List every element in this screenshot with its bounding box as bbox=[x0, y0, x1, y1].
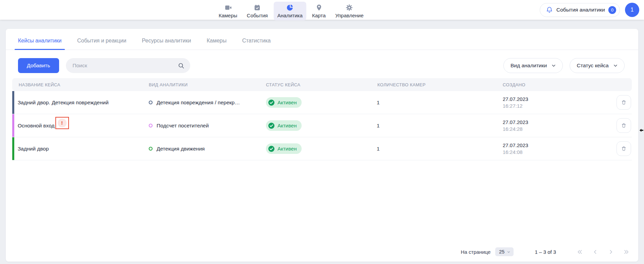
first-page-button[interactable] bbox=[576, 248, 583, 256]
status-label: Активен bbox=[278, 146, 297, 152]
col-camera-count: КОЛИЧЕСТВО КАМЕР bbox=[372, 82, 497, 87]
camera-count-cell: 1 bbox=[372, 100, 497, 106]
content-card: Кейсы аналитики События и реакции Ресурс… bbox=[6, 29, 638, 262]
search-input[interactable] bbox=[66, 58, 190, 73]
case-color-bar bbox=[12, 137, 14, 160]
case-name: Задний двор bbox=[18, 146, 49, 152]
case-status-filter[interactable]: Статус кейса bbox=[570, 58, 625, 73]
status-label: Активен bbox=[278, 100, 297, 105]
case-name: Задний двор. Детекция повреждений bbox=[18, 100, 109, 106]
nav-item-map[interactable]: Карта bbox=[308, 2, 329, 20]
table-row[interactable]: Задний двор. Детекция повреждений Детекц… bbox=[12, 91, 632, 114]
case-status-filter-label: Статус кейса bbox=[577, 63, 609, 69]
case-name-cell: Задний двор bbox=[12, 146, 143, 152]
check-circle-icon bbox=[268, 122, 275, 129]
trash-icon bbox=[621, 100, 627, 105]
analytics-type-cell: Детекция движения bbox=[143, 146, 261, 152]
status-cell: Активен bbox=[261, 143, 372, 154]
analytics-type-label: Детекция движения bbox=[157, 146, 205, 152]
created-date: 27.07.2023 bbox=[503, 96, 603, 103]
nav-item-events[interactable]: События bbox=[243, 2, 272, 20]
nav-label: Камеры bbox=[219, 13, 237, 18]
bell-icon bbox=[546, 6, 553, 14]
trash-icon bbox=[621, 123, 627, 128]
status-badge: Активен bbox=[266, 143, 302, 154]
user-avatar[interactable]: 1 bbox=[625, 3, 639, 17]
analytics-type-icon bbox=[149, 101, 153, 104]
nav-label: Управление bbox=[335, 13, 363, 18]
created-cell: 27.07.2023 16:24:28 bbox=[497, 119, 603, 133]
cases-table: НАЗВАНИЕ КЕЙСА ВИД АНАЛИТИКИ СТАТУС КЕЙС… bbox=[6, 73, 638, 244]
last-page-button[interactable] bbox=[623, 248, 630, 256]
topbar-right-group: События аналитики 0 1 bbox=[540, 3, 639, 17]
toolbar: Добавить Вид аналитики Статус кейса bbox=[6, 50, 638, 73]
analytics-type-filter[interactable]: Вид аналитики bbox=[503, 58, 563, 73]
nav-item-analytics[interactable]: Аналитика bbox=[274, 2, 306, 20]
created-time: 16:24:28 bbox=[503, 126, 603, 133]
page-range-label: 1 – 3 of 3 bbox=[535, 249, 556, 255]
delete-button[interactable] bbox=[616, 141, 631, 156]
prev-page-button[interactable] bbox=[591, 248, 599, 256]
analytics-type-icon bbox=[149, 124, 153, 127]
pagination-bar: На странице 25 1 – 3 of 3 bbox=[6, 244, 638, 262]
analytics-type-label: Детекция повреждения / перекр… bbox=[157, 100, 240, 106]
status-badge: Активен bbox=[266, 97, 302, 108]
col-case-status: СТАТУС КЕЙСА bbox=[261, 82, 372, 87]
analytics-tabs: Кейсы аналитики События и реакции Ресурс… bbox=[6, 29, 638, 50]
top-bar: Камеры События Аналитика Карта bbox=[0, 0, 644, 20]
created-date: 27.07.2023 bbox=[503, 119, 603, 126]
main-nav: Камеры События Аналитика Карта bbox=[215, 2, 368, 20]
pager-controls bbox=[576, 248, 630, 256]
tab-analytics-resources[interactable]: Ресурсы аналитики bbox=[139, 34, 195, 50]
case-name: Основной вход bbox=[18, 123, 55, 129]
next-page-button[interactable] bbox=[607, 248, 614, 256]
case-name-cell: Задний двор. Детекция повреждений bbox=[12, 100, 143, 106]
status-cell: Активен bbox=[261, 97, 372, 108]
per-page-label: На странице bbox=[461, 249, 490, 255]
mouse-cursor-icon bbox=[639, 128, 644, 134]
status-badge: Активен bbox=[266, 120, 302, 131]
pie-chart-icon bbox=[286, 4, 294, 12]
tab-cameras[interactable]: Камеры bbox=[203, 34, 230, 50]
analytics-type-cell: Подсчет посетителей bbox=[143, 123, 261, 129]
created-time: 16:24:08 bbox=[503, 149, 603, 156]
created-cell: 27.07.2023 16:27:12 bbox=[497, 96, 603, 109]
add-button[interactable]: Добавить bbox=[18, 58, 59, 73]
analytics-events-button[interactable]: События аналитики 0 bbox=[540, 3, 620, 17]
tab-statistics[interactable]: Статистика bbox=[239, 34, 274, 50]
events-count-badge: 0 bbox=[608, 6, 616, 14]
delete-button[interactable] bbox=[616, 118, 631, 133]
nav-item-management[interactable]: Управление bbox=[332, 2, 367, 20]
created-date: 27.07.2023 bbox=[503, 142, 603, 149]
delete-button[interactable] bbox=[616, 95, 631, 110]
check-circle-icon bbox=[268, 99, 275, 106]
per-page-select[interactable]: 25 bbox=[495, 247, 514, 256]
error-exclamation-icon: ! bbox=[58, 119, 67, 127]
created-time: 16:27:12 bbox=[503, 103, 603, 109]
nav-label: События bbox=[247, 13, 268, 18]
search-icon[interactable] bbox=[178, 62, 184, 69]
col-analytics-type: ВИД АНАЛИТИКИ bbox=[143, 82, 261, 87]
tab-events-reactions[interactable]: События и реакции bbox=[74, 34, 130, 50]
actions-cell bbox=[611, 95, 632, 110]
status-cell: Активен bbox=[261, 120, 372, 131]
chevron-down-icon bbox=[551, 63, 556, 68]
calendar-check-icon bbox=[253, 4, 261, 12]
actions-cell bbox=[611, 118, 632, 133]
created-cell: 27.07.2023 16:24:08 bbox=[497, 142, 603, 156]
chevron-down-icon bbox=[507, 250, 511, 254]
error-mark: ! bbox=[61, 120, 63, 126]
analytics-type-icon bbox=[149, 147, 153, 151]
table-row[interactable]: Основной вход ! Подсчет посетителей Акти… bbox=[12, 114, 632, 137]
status-label: Активен bbox=[278, 123, 297, 128]
nav-label: Аналитика bbox=[278, 13, 303, 18]
tab-analytics-cases[interactable]: Кейсы аналитики bbox=[15, 34, 65, 50]
check-circle-icon bbox=[268, 145, 275, 152]
map-pin-icon bbox=[315, 4, 323, 12]
table-row[interactable]: Задний двор Детекция движения Активен 1 … bbox=[12, 137, 632, 160]
analytics-type-cell: Детекция повреждения / перекр… bbox=[143, 100, 261, 106]
table-header: НАЗВАНИЕ КЕЙСА ВИД АНАЛИТИКИ СТАТУС КЕЙС… bbox=[12, 78, 632, 91]
camera-icon bbox=[224, 4, 232, 12]
nav-item-cameras[interactable]: Камеры bbox=[215, 2, 241, 20]
col-case-name: НАЗВАНИЕ КЕЙСА bbox=[12, 82, 143, 87]
